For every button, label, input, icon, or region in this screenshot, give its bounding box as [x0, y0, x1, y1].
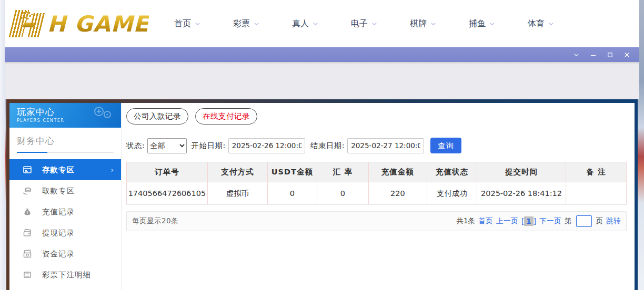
- col-remark: 备 注: [566, 162, 627, 182]
- nav-item-sports[interactable]: 体育: [528, 18, 554, 29]
- jump-button[interactable]: 跳转: [606, 216, 621, 226]
- col-recharge-status: 充值状态: [427, 162, 477, 182]
- end-date-label: 结束日期:: [310, 141, 345, 151]
- main-nav: 首页 彩票 真人 电子 棋牌 捕鱼 体育: [174, 18, 587, 29]
- logo-stripes-icon: [9, 10, 45, 37]
- col-payment-method: 支付方式: [207, 162, 267, 182]
- cell-recharge-amount: 220: [368, 182, 427, 205]
- cell-usdt-amount: 0: [267, 182, 317, 205]
- status-label: 状态:: [126, 141, 145, 151]
- wallet-icon: [22, 228, 32, 238]
- record-tabs: 公司入款记录 在线支付记录: [122, 103, 635, 130]
- col-order-no: 订单号: [127, 162, 208, 182]
- first-page-link[interactable]: 首页: [478, 216, 493, 226]
- maximize-icon: [607, 51, 613, 58]
- chevron-down-icon: [573, 51, 580, 58]
- site-header: H GAME 首页 彩票 真人 电子 棋牌 捕鱼 体育: [5, 0, 639, 47]
- nav-item-live[interactable]: 真人: [292, 18, 318, 29]
- cell-remark: [566, 182, 627, 205]
- chevron-down-icon: [313, 21, 318, 27]
- search-button[interactable]: 查询: [430, 138, 461, 153]
- total-count-text: 共1条: [456, 216, 475, 226]
- window-minimize-button[interactable]: [585, 47, 601, 62]
- finance-section-title: 财务中心: [17, 135, 114, 152]
- bet-list-icon: [22, 270, 32, 280]
- sidebar-item-recharge-records[interactable]: 充值记录: [9, 201, 121, 222]
- nav-item-slots[interactable]: 电子: [351, 18, 377, 29]
- withdraw-hand-icon: [22, 186, 32, 196]
- col-recharge-amount: 充值金额: [368, 162, 427, 182]
- cell-submit-time: 2025-02-26 18:41:12: [477, 182, 566, 205]
- chevron-down-icon: [195, 21, 200, 27]
- window-dropdown-button[interactable]: [568, 47, 585, 62]
- tab-company-deposit-records[interactable]: 公司入款记录: [126, 108, 188, 125]
- nav-item-lottery[interactable]: 彩票: [233, 18, 259, 29]
- jump-prefix-text: 第: [565, 216, 572, 226]
- logo-text: H GAME: [47, 11, 149, 37]
- window-titlebar: [5, 47, 639, 62]
- cell-exchange-rate: 0: [317, 182, 368, 205]
- cell-payment-method: 虚拟币: [207, 182, 267, 205]
- sidebar-header: 玩家中心 PLAYERS CENTER: [9, 103, 121, 128]
- page-size-text: 每页显示20条: [132, 216, 178, 226]
- table-header-row: 订单号 支付方式 USDT金额 汇 率 充值金额 充值状态 提交时间 备 注: [127, 162, 627, 182]
- tab-online-payment-records[interactable]: 在线支付记录: [195, 108, 257, 125]
- jump-suffix-text: 页: [596, 216, 603, 226]
- sidebar-item-funds-records[interactable]: 资金记录: [9, 243, 121, 264]
- chevron-down-icon: [430, 21, 436, 27]
- page-jump-input[interactable]: [576, 215, 592, 227]
- filter-bar: 状态: 全部 开始日期: 结束日期: 查询: [122, 130, 635, 161]
- main-content: 公司入款记录 在线支付记录 状态: 全部 开始日期: 结束日期: 查询: [122, 103, 635, 290]
- chevron-down-icon: [489, 21, 495, 27]
- sidebar-item-lottery-bet-details[interactable]: 彩票下注明细: [9, 264, 121, 285]
- funds-icon: [22, 249, 32, 259]
- minimize-icon: [590, 51, 597, 58]
- logo[interactable]: H GAME: [7, 5, 149, 42]
- money-bag-icon: [22, 207, 32, 217]
- finance-section: 财务中心: [9, 128, 121, 153]
- deposit-card-icon: [22, 165, 32, 175]
- cell-order-no: 1740566472606105: [127, 182, 208, 205]
- close-icon: [623, 51, 630, 58]
- window-toolbar-band: [5, 62, 639, 99]
- window-close-button[interactable]: [618, 47, 635, 62]
- content-panel: 玩家中心 PLAYERS CENTER 财务中心 存款专区 ›: [9, 103, 635, 290]
- content-panel-frame: 玩家中心 PLAYERS CENTER 财务中心 存款专区 ›: [6, 99, 638, 290]
- col-submit-time: 提交时间: [477, 162, 566, 182]
- nav-item-cards[interactable]: 棋牌: [410, 18, 436, 29]
- chevron-down-icon: [371, 21, 377, 27]
- window-maximize-button[interactable]: [601, 47, 618, 62]
- chevron-down-icon: [254, 21, 259, 27]
- sidebar-item-withdrawal-records[interactable]: 提现记录: [9, 222, 121, 243]
- end-date-input[interactable]: [347, 138, 424, 153]
- sidebar-menu: 存款专区 › 取款专区 充值记录 提现记录: [9, 153, 121, 290]
- prev-page-link[interactable]: 上一页: [496, 216, 518, 226]
- sidebar-item-withdraw-zone[interactable]: 取款专区: [9, 180, 121, 201]
- current-page-indicator: [1]: [521, 217, 536, 225]
- gamepad-icon: [92, 106, 114, 124]
- section-underline: [17, 152, 114, 153]
- start-date-label: 开始日期:: [191, 141, 225, 151]
- cell-recharge-status: 支付成功: [427, 182, 477, 205]
- sidebar-item-deposit-zone[interactable]: 存款专区 ›: [9, 159, 121, 180]
- status-select[interactable]: 全部: [147, 138, 187, 153]
- chevron-down-icon: [548, 21, 554, 27]
- next-page-link[interactable]: 下一页: [539, 216, 561, 226]
- nav-item-fishing[interactable]: 捕鱼: [469, 18, 495, 29]
- sidebar: 玩家中心 PLAYERS CENTER 财务中心 存款专区 ›: [9, 103, 121, 290]
- records-table: 订单号 支付方式 USDT金额 汇 率 充值金额 充值状态 提交时间 备 注 1: [126, 162, 627, 205]
- col-exchange-rate: 汇 率: [317, 162, 368, 182]
- chevron-right-icon: ›: [111, 166, 114, 174]
- start-date-input[interactable]: [228, 138, 305, 153]
- nav-item-home[interactable]: 首页: [174, 18, 200, 29]
- page-background-strip: [0, 0, 5, 290]
- col-usdt-amount: USDT金额: [267, 162, 317, 182]
- records-table-wrap: 订单号 支付方式 USDT金额 汇 率 充值金额 充值状态 提交时间 备 注 1: [126, 162, 627, 205]
- pagination-bar: 每页显示20条 共1条 首页 上一页 [1] 下一页 第 页 跳转: [126, 211, 627, 231]
- table-row: 1740566472606105 虚拟币 0 0 220 支付成功 2025-0…: [127, 182, 627, 205]
